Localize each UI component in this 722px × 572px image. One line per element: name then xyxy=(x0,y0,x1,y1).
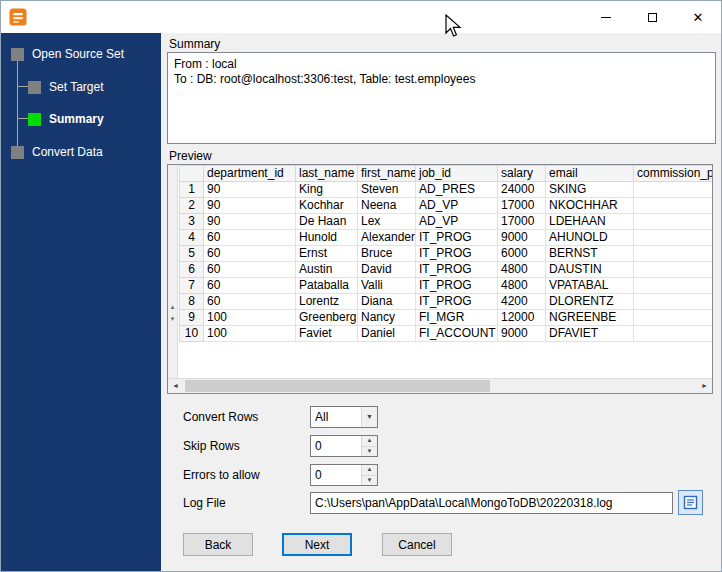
table-cell[interactable]: 60 xyxy=(204,262,296,278)
table-cell[interactable]: Greenberg xyxy=(296,310,358,326)
table-cell[interactable] xyxy=(634,246,713,262)
column-header-first_name[interactable]: first_name xyxy=(358,166,416,182)
close-button[interactable]: ✕ xyxy=(675,2,721,33)
scroll-right-icon[interactable]: ► xyxy=(697,379,712,393)
table-cell[interactable]: 4200 xyxy=(498,294,546,310)
column-header-commission_pct[interactable]: commission_pct xyxy=(634,166,713,182)
table-cell[interactable]: 100 xyxy=(204,310,296,326)
table-cell[interactable]: 4800 xyxy=(498,262,546,278)
table-cell[interactable]: Austin xyxy=(296,262,358,278)
table-cell[interactable] xyxy=(634,214,713,230)
sidebar-step-convert-data[interactable]: Convert Data xyxy=(11,145,103,159)
maximize-button[interactable] xyxy=(629,2,675,33)
table-cell[interactable]: 100 xyxy=(204,326,296,342)
table-cell[interactable] xyxy=(634,262,713,278)
horizontal-scrollbar-thumb[interactable] xyxy=(185,380,490,392)
cancel-button[interactable]: Cancel xyxy=(382,533,452,556)
table-cell[interactable]: 60 xyxy=(204,278,296,294)
scroll-left-icon[interactable]: ◄ xyxy=(168,379,183,393)
table-cell[interactable]: DLORENTZ xyxy=(546,294,634,310)
sidebar-step-open-source-set[interactable]: Open Source Set xyxy=(11,47,124,61)
table-cell[interactable]: Valli xyxy=(358,278,416,294)
table-cell[interactable]: David xyxy=(358,262,416,278)
table-cell[interactable]: Diana xyxy=(358,294,416,310)
table-row[interactable]: 560ErnstBruceIT_PROG6000BERNST xyxy=(180,246,713,262)
chevron-down-icon[interactable]: ▼ xyxy=(361,407,377,427)
table-cell[interactable]: DFAVIET xyxy=(546,326,634,342)
table-row[interactable]: 460HunoldAlexanderIT_PROG9000AHUNOLD xyxy=(180,230,713,246)
table-cell[interactable]: IT_PROG xyxy=(416,294,498,310)
table-row[interactable]: 660AustinDavidIT_PROG4800DAUSTIN xyxy=(180,262,713,278)
table-cell[interactable]: 60 xyxy=(204,294,296,310)
table-cell[interactable]: De Haan xyxy=(296,214,358,230)
table-row[interactable]: 10100FavietDanielFI_ACCOUNT9000DFAVIET xyxy=(180,326,713,342)
table-row[interactable]: 290KochharNeenaAD_VP17000NKOCHHAR xyxy=(180,198,713,214)
errors-to-allow-input[interactable] xyxy=(311,465,361,485)
table-cell[interactable]: Pataballa xyxy=(296,278,358,294)
table-cell[interactable]: Ernst xyxy=(296,246,358,262)
table-cell[interactable]: 17000 xyxy=(498,198,546,214)
table-cell[interactable]: Lex xyxy=(358,214,416,230)
table-cell[interactable]: BERNST xyxy=(546,246,634,262)
table-cell[interactable]: IT_PROG xyxy=(416,262,498,278)
table-cell[interactable]: AD_PRES xyxy=(416,182,498,198)
table-cell[interactable]: 17000 xyxy=(498,214,546,230)
table-cell[interactable]: NGREENBE xyxy=(546,310,634,326)
table-cell[interactable]: Lorentz xyxy=(296,294,358,310)
sidebar-step-set-target[interactable]: Set Target xyxy=(28,80,103,94)
vertical-scrollbar[interactable]: ▴ ▾ xyxy=(168,165,178,378)
table-row[interactable]: 190KingStevenAD_PRES24000SKING xyxy=(180,182,713,198)
table-cell[interactable] xyxy=(634,310,713,326)
table-cell[interactable]: Neena xyxy=(358,198,416,214)
column-header-email[interactable]: email xyxy=(546,166,634,182)
table-cell[interactable] xyxy=(634,294,713,310)
table-cell[interactable]: NKOCHHAR xyxy=(546,198,634,214)
table-cell[interactable]: 90 xyxy=(204,198,296,214)
table-cell[interactable]: IT_PROG xyxy=(416,230,498,246)
spin-down-icon[interactable]: ▼ xyxy=(362,447,377,457)
table-cell[interactable]: Daniel xyxy=(358,326,416,342)
table-row[interactable]: 760PataballaValliIT_PROG4800VPATABAL xyxy=(180,278,713,294)
table-row[interactable]: 390De HaanLexAD_VP17000LDEHAAN xyxy=(180,214,713,230)
spin-up-icon[interactable]: ▲ xyxy=(362,465,377,476)
table-cell[interactable]: 9000 xyxy=(498,326,546,342)
minimize-button[interactable] xyxy=(583,2,629,33)
table-row[interactable]: 860LorentzDianaIT_PROG4200DLORENTZ xyxy=(180,294,713,310)
table-cell[interactable] xyxy=(634,230,713,246)
sidebar-step-summary[interactable]: Summary xyxy=(28,112,104,126)
table-cell[interactable]: 90 xyxy=(204,182,296,198)
spin-up-icon[interactable]: ▲ xyxy=(362,436,377,447)
table-cell[interactable] xyxy=(634,278,713,294)
table-cell[interactable]: AHUNOLD xyxy=(546,230,634,246)
next-button[interactable]: Next xyxy=(282,533,352,556)
table-cell[interactable]: Alexander xyxy=(358,230,416,246)
table-cell[interactable]: 9000 xyxy=(498,230,546,246)
table-cell[interactable]: SKING xyxy=(546,182,634,198)
table-cell[interactable]: 12000 xyxy=(498,310,546,326)
table-cell[interactable]: Faviet xyxy=(296,326,358,342)
table-cell[interactable]: 90 xyxy=(204,214,296,230)
table-cell[interactable]: 60 xyxy=(204,246,296,262)
scroll-down-icon[interactable]: ▾ xyxy=(168,315,177,323)
log-file-input[interactable] xyxy=(310,492,673,514)
table-cell[interactable] xyxy=(634,182,713,198)
convert-rows-select[interactable]: All ▼ xyxy=(310,406,378,428)
table-cell[interactable]: FI_ACCOUNT xyxy=(416,326,498,342)
skip-rows-input[interactable] xyxy=(311,436,361,456)
table-cell[interactable] xyxy=(634,198,713,214)
table-cell[interactable] xyxy=(634,326,713,342)
open-log-button[interactable] xyxy=(678,490,703,515)
table-cell[interactable]: Hunold xyxy=(296,230,358,246)
table-cell[interactable]: Bruce xyxy=(358,246,416,262)
horizontal-scrollbar[interactable]: ◄ ► xyxy=(168,378,712,393)
column-header-job_id[interactable]: job_id xyxy=(416,166,498,182)
table-cell[interactable]: AD_VP xyxy=(416,198,498,214)
table-cell[interactable]: FI_MGR xyxy=(416,310,498,326)
column-header-last_name[interactable]: last_name xyxy=(296,166,358,182)
column-header-department_id[interactable]: department_id xyxy=(204,166,296,182)
table-cell[interactable]: 24000 xyxy=(498,182,546,198)
table-cell[interactable]: Steven xyxy=(358,182,416,198)
table-cell[interactable]: VPATABAL xyxy=(546,278,634,294)
table-cell[interactable]: 4800 xyxy=(498,278,546,294)
summary-box[interactable]: From : local To : DB: root@localhost:330… xyxy=(167,52,716,144)
